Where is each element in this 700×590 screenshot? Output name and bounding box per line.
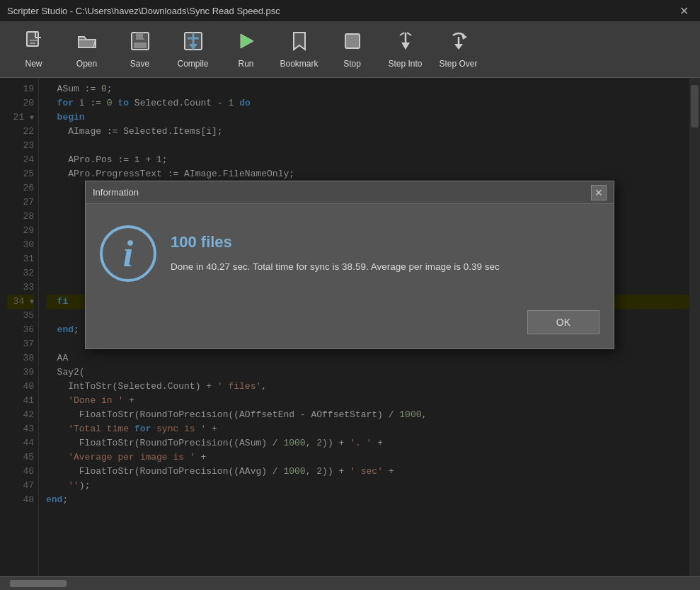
svg-rect-6 bbox=[143, 34, 145, 38]
titlebar: Scripter Studio - C:\Users\havez\Downloa… bbox=[0, 0, 700, 21]
svg-marker-19 bbox=[454, 44, 463, 50]
step_into-icon bbox=[394, 30, 417, 56]
dialog-body: i 100 files Done in 40.27 sec. Total tim… bbox=[86, 204, 614, 303]
bookmark-label: Bookmark bbox=[280, 59, 318, 69]
titlebar-title: Scripter Studio - C:\Users\havez\Downloa… bbox=[7, 6, 675, 16]
svg-rect-5 bbox=[134, 42, 147, 48]
dialog-close-button[interactable]: ✕ bbox=[591, 185, 607, 200]
dialog-text: 100 files Done in 40.27 sec. Total time … bbox=[171, 233, 597, 274]
dialog-footer: OK bbox=[86, 303, 614, 348]
svg-rect-0 bbox=[27, 32, 38, 46]
step_over-icon bbox=[447, 30, 470, 56]
dialog-titlebar: Information ✕ bbox=[86, 181, 614, 204]
save-label: Save bbox=[130, 59, 149, 69]
toolbar-btn-compile[interactable]: Compile bbox=[166, 24, 219, 75]
toolbar-btn-open[interactable]: Open bbox=[60, 24, 113, 75]
new-label: New bbox=[25, 59, 42, 69]
titlebar-close-button[interactable]: ✕ bbox=[675, 3, 693, 19]
toolbar-btn-bookmark[interactable]: Bookmark bbox=[272, 24, 326, 75]
dialog-info-icon: i bbox=[100, 225, 156, 282]
svg-marker-14 bbox=[401, 42, 410, 50]
code-editor: 192021 ▼22232425262728293031323334 ▼3536… bbox=[0, 78, 700, 576]
compile-label: Compile bbox=[177, 59, 208, 69]
stop-icon bbox=[341, 30, 364, 56]
svg-line-16 bbox=[407, 33, 411, 35]
dialog-message: Done in 40.27 sec. Total time for sync i… bbox=[171, 260, 597, 274]
open-label: Open bbox=[76, 59, 97, 69]
dialog-title: Information bbox=[93, 187, 139, 198]
dialog-overlay: Information ✕ i 100 files Done in 40.27 … bbox=[0, 78, 700, 576]
information-dialog: Information ✕ i 100 files Done in 40.27 … bbox=[85, 181, 614, 349]
toolbar-btn-new[interactable]: New bbox=[7, 24, 60, 75]
toolbar-btn-save[interactable]: Save bbox=[113, 24, 166, 75]
scrollbar-h-inner bbox=[0, 577, 700, 590]
toolbar: New Open Save Compile Run Bookmark Stop … bbox=[0, 21, 700, 78]
horizontal-scrollbar[interactable] bbox=[0, 576, 700, 590]
stop-label: Stop bbox=[343, 59, 361, 69]
compile-icon bbox=[182, 30, 205, 56]
ok-button[interactable]: OK bbox=[527, 310, 599, 334]
save-icon bbox=[129, 30, 151, 56]
toolbar-btn-stop[interactable]: Stop bbox=[326, 24, 379, 75]
toolbar-btn-step_into[interactable]: Step Into bbox=[379, 24, 432, 75]
run-label: Run bbox=[238, 59, 253, 69]
toolbar-btn-step_over[interactable]: Step Over bbox=[432, 24, 485, 75]
dialog-heading: 100 files bbox=[171, 233, 597, 251]
scrollbar-h-thumb[interactable] bbox=[10, 580, 67, 587]
toolbar-btn-run[interactable]: Run bbox=[219, 24, 272, 75]
run-icon bbox=[235, 30, 258, 56]
open-icon bbox=[76, 30, 98, 56]
svg-rect-12 bbox=[345, 34, 360, 48]
svg-marker-11 bbox=[241, 34, 253, 48]
bookmark-icon bbox=[288, 30, 311, 56]
svg-line-15 bbox=[400, 33, 404, 35]
step_over-label: Step Over bbox=[439, 59, 477, 69]
new-icon bbox=[23, 30, 45, 56]
step_into-label: Step Into bbox=[388, 59, 422, 69]
